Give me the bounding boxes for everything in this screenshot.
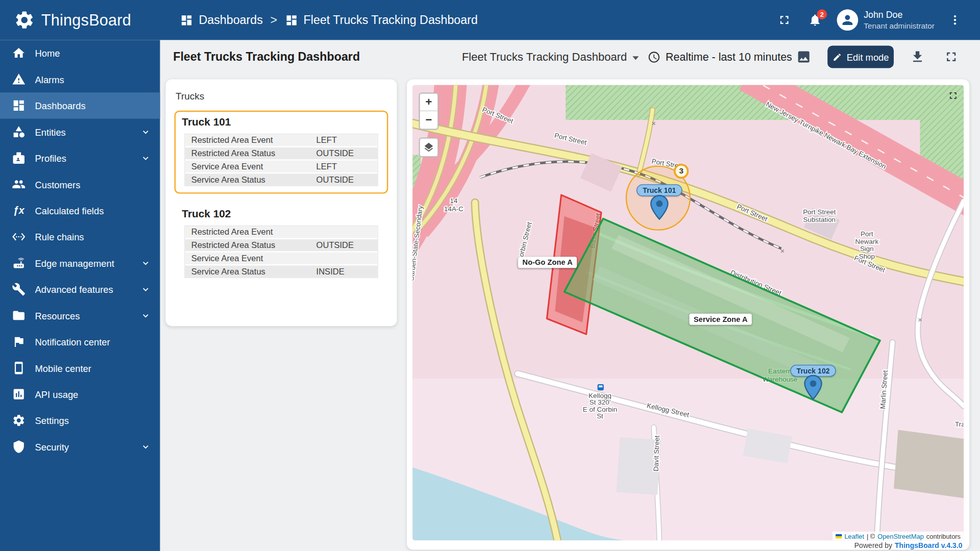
openstreetmap-link[interactable]: OpenStreetMap [877, 532, 924, 540]
sidebar-item-api-usage[interactable]: API usage [0, 381, 160, 407]
map-layers-button[interactable] [419, 137, 438, 157]
truck-cluster-badge[interactable]: 3 [674, 164, 689, 179]
fullscreen-icon [947, 90, 959, 101]
chevron-down-icon [140, 126, 151, 137]
sidebar-item-calculated-fields[interactable]: ƒx Calculated fields [0, 197, 160, 223]
sidebar-item-resources[interactable]: Resources [0, 303, 160, 329]
user-menu[interactable]: John Doe Tenant administrator [864, 9, 935, 31]
expand-dashboard-button[interactable] [944, 40, 959, 73]
truck-102-card[interactable]: Truck 102 Restricted Area Event Restrict… [175, 203, 388, 286]
sidebar-item-entities[interactable]: Entities [0, 119, 160, 145]
table-row[interactable]: Service Area Event LEFT [185, 161, 377, 172]
sidebar-item-advanced-features[interactable]: Advanced features [0, 276, 160, 302]
home-icon [11, 46, 26, 60]
gate-mark: × [652, 119, 656, 128]
table-row[interactable]: Service Area Status INSIDE [185, 265, 377, 277]
leaflet-flag-icon [836, 534, 842, 538]
place-label: Substation [803, 216, 836, 223]
table-row[interactable]: Service Area Event [185, 253, 377, 264]
dashboards-icon [180, 13, 193, 27]
table-row[interactable]: Restricted Area Status OUTSIDE [185, 239, 377, 251]
download-icon [910, 49, 925, 64]
chart-icon [11, 387, 26, 401]
edit-mode-button[interactable]: Edit mode [827, 45, 894, 68]
clock-icon [648, 51, 661, 64]
wrench-icon [11, 282, 26, 296]
map-zoom-control: + − [419, 92, 438, 130]
breadcrumb-current-page[interactable]: Fleet Trucks Tracking Dashboard [285, 13, 478, 27]
sidebar-item-profiles[interactable]: Profiles [0, 145, 160, 171]
gate-mark: × [918, 316, 922, 324]
timewindow-button[interactable]: Realtime - last 10 minutes [648, 40, 792, 73]
thingsboard-logo-icon [14, 9, 35, 31]
transit-stop-label: St [597, 412, 603, 420]
trucks-widget: Trucks Truck 101 Restricted Area Event L… [165, 80, 397, 327]
app-name: ThingsBoard [41, 11, 131, 29]
kebab-menu-icon [949, 14, 961, 26]
fullscreen-icon [777, 13, 791, 27]
avatar[interactable] [837, 9, 859, 31]
gate-mark: × [780, 247, 785, 255]
sidebar-item-security[interactable]: Security [0, 434, 160, 460]
user-name: John Doe [864, 9, 935, 21]
table-row[interactable]: Restricted Area Status OUTSIDE [185, 147, 377, 159]
map-fullscreen-button[interactable] [947, 90, 959, 101]
truck-101-map-label[interactable]: Truck 101 [636, 184, 682, 196]
image-icon [796, 49, 811, 64]
breadcrumb-separator: > [271, 13, 278, 27]
download-button[interactable] [910, 40, 925, 73]
shield-icon [11, 440, 26, 454]
sidebar-item-customers[interactable]: Customers [0, 171, 160, 197]
truck-101-marker[interactable] [650, 195, 669, 222]
sidebar-item-edge-management[interactable]: Edge management [0, 250, 160, 276]
warning-icon [11, 72, 26, 86]
flag-icon [11, 335, 26, 348]
notifications-button[interactable]: 2 [808, 13, 822, 27]
sidebar-item-mobile-center[interactable]: Mobile center [0, 355, 160, 381]
map-canvas[interactable]: Port Street Port Street Port Street Port… [412, 85, 964, 541]
page-title: Fleet Trucks Tracking Dashboard [173, 40, 360, 73]
dashboard-toolbar: Fleet Trucks Tracking Dashboard Fleet Tr… [160, 40, 980, 73]
place-label: Shop [859, 253, 875, 260]
breadcrumb-section-label: Dashboards [199, 13, 262, 27]
user-role: Tenant administrator [864, 21, 935, 31]
truck-102-table: Restricted Area Event Restricted Area St… [184, 226, 378, 278]
smartphone-icon [11, 361, 26, 375]
entities-icon [11, 125, 26, 139]
leaflet-link[interactable]: Leaflet [844, 532, 864, 540]
route-ref-label: 14 [450, 197, 457, 205]
zoom-out-button[interactable]: − [420, 111, 437, 129]
sidebar-item-notification-center[interactable]: Notification center [0, 329, 160, 355]
sidebar-item-rule-chains[interactable]: Rule chains [0, 223, 160, 249]
truck-101-card[interactable]: Truck 101 Restricted Area Event LEFT Res… [175, 111, 388, 194]
person-icon [840, 12, 855, 27]
sidebar-item-home[interactable]: Home [0, 40, 160, 66]
table-row[interactable]: Service Area Status OUTSIDE [185, 173, 377, 185]
powered-by: Powered by ThingsBoard v.4.3.0 [412, 540, 964, 549]
more-menu-button[interactable] [949, 14, 961, 26]
app-logo[interactable]: ThingsBoard [0, 9, 160, 31]
truck-name: Truck 101 [182, 116, 382, 129]
dashboards-icon [11, 98, 26, 112]
folder-icon [11, 309, 26, 322]
thingsboard-version-link[interactable]: ThingsBoard v.4.3.0 [895, 541, 963, 549]
sidebar-item-settings[interactable]: Settings [0, 407, 160, 433]
map-pin-icon [650, 195, 669, 220]
sidebar-item-alarms[interactable]: Alarms [0, 66, 160, 92]
dashboard-select[interactable]: Fleet Trucks Tracking Dashboard [462, 40, 639, 73]
chevron-down-icon [140, 284, 151, 295]
fullscreen-button[interactable] [777, 13, 791, 27]
rule-chains-icon [11, 230, 26, 244]
chevron-down-icon [140, 257, 151, 268]
table-row[interactable]: Restricted Area Event [185, 226, 377, 238]
router-icon [11, 256, 26, 270]
street-label: Tra [955, 420, 964, 428]
sidebar-item-dashboards[interactable]: Dashboards [0, 92, 160, 118]
dashboard-image-button[interactable] [796, 40, 811, 73]
notification-badge: 2 [817, 9, 827, 19]
map-widget: Port Street Port Street Port Street Port… [407, 80, 969, 550]
zoom-in-button[interactable]: + [420, 94, 437, 111]
truck-102-marker[interactable] [804, 375, 823, 403]
breadcrumb-dashboards[interactable]: Dashboards [180, 13, 263, 27]
table-row[interactable]: Restricted Area Event LEFT [185, 134, 377, 146]
